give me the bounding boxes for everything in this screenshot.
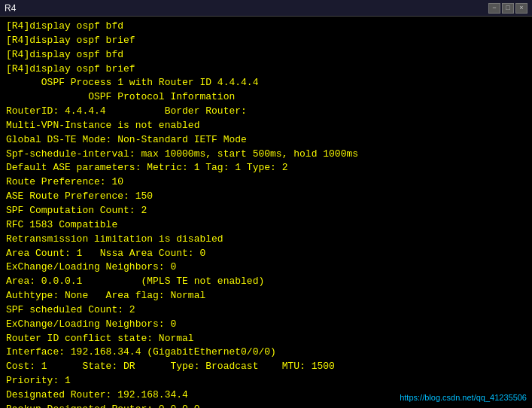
terminal-line: ExChange/Loading Neighbors: 0 [6, 318, 526, 332]
terminal-line: Spf-schedule-interval: max 10000ms, star… [6, 148, 526, 162]
terminal-line: Area Count: 1 Nssa Area Count: 0 [6, 247, 526, 261]
watermark: https://blog.csdn.net/qq_41235506 [397, 391, 529, 405]
terminal-line: [R4]display ospf brief [6, 62, 526, 77]
terminal-line: Default ASE parameters: Metric: 1 Tag: 1… [6, 161, 526, 175]
terminal-line: ASE Route Preference: 150 [6, 190, 526, 204]
terminal-line: [R4]display ospf brief [6, 34, 526, 48]
terminal-line: SPF Computation Count: 2 [6, 204, 526, 218]
terminal-line: RouterID: 4.4.4.4 Border Router: [6, 105, 526, 119]
terminal-line: Cost: 1 State: DR Type: Broadcast MTU: 1… [6, 360, 526, 374]
terminal-line: Global DS-TE Mode: Non-Standard IETF Mod… [6, 133, 526, 148]
terminal-line: Multi-VPN-Instance is not enabled [6, 119, 526, 133]
terminal-line: [R4]display ospf bfd [6, 20, 526, 34]
terminal-line: Router ID conflict state: Normal [6, 332, 526, 346]
maximize-button[interactable]: □ [502, 3, 514, 14]
terminal-output: [R4]display ospf bfd[R4]display ospf bri… [0, 17, 532, 408]
close-button[interactable]: × [515, 3, 527, 14]
window-title: R4 [5, 3, 16, 14]
minimize-button[interactable]: − [488, 3, 500, 14]
title-bar: R4 − □ × [0, 0, 532, 17]
terminal-line: Authtype: None Area flag: Normal [6, 289, 526, 303]
terminal-line: Retransmission limitation is disabled [6, 233, 526, 247]
terminal-line: [R4]display ospf bfd [6, 48, 526, 62]
terminal-line: Area: 0.0.0.1 (MPLS TE not enabled) [6, 275, 526, 289]
terminal-content: [R4]display ospf bfd[R4]display ospf bri… [6, 20, 526, 408]
terminal-line: SPF scheduled Count: 2 [6, 303, 526, 318]
terminal-line: Interface: 192.168.34.4 (GigabitEthernet… [6, 346, 526, 360]
terminal-line: OSPF Protocol Information [6, 90, 526, 105]
window-controls: − □ × [488, 3, 527, 14]
terminal-line: RFC 1583 Compatible [6, 218, 526, 233]
terminal-line: ExChange/Loading Neighbors: 0 [6, 260, 526, 275]
terminal-line: Route Preference: 10 [6, 175, 526, 190]
terminal-line: OSPF Process 1 with Router ID 4.4.4.4 [6, 76, 526, 90]
terminal-line: Priority: 1 [6, 374, 526, 388]
